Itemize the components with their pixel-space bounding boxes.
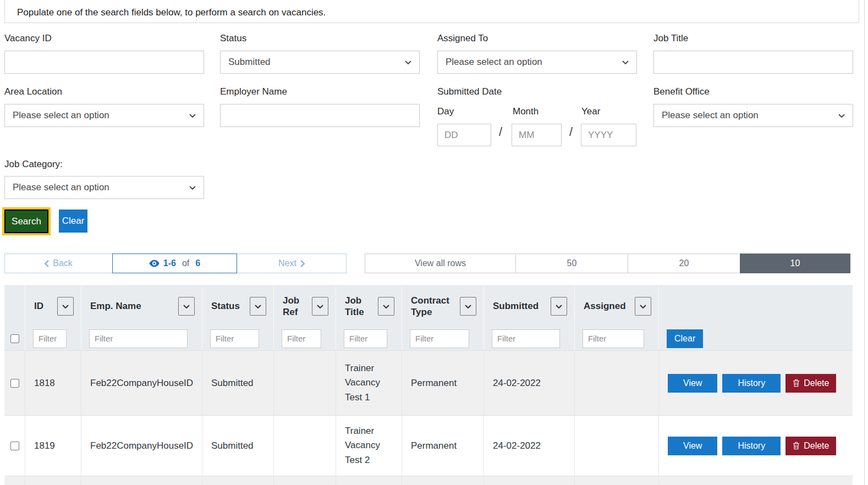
cell-id: 1819: [25, 416, 81, 476]
pagination-next-label: Next: [278, 258, 296, 268]
sort-id-button[interactable]: [57, 297, 74, 316]
benefit-office-select[interactable]: Please select an option: [653, 104, 853, 127]
header-submitted: Submitted: [484, 286, 575, 327]
filter-submitted-input[interactable]: [492, 329, 560, 348]
delete-button[interactable]: Delete: [785, 437, 836, 455]
eye-icon: [149, 260, 160, 267]
filter-id-input[interactable]: [33, 329, 67, 348]
cell-actions: View History Delete: [659, 416, 853, 476]
cell-emp-name: Feb22CompanyHouseID: [81, 416, 202, 476]
view-button[interactable]: View: [668, 374, 717, 393]
table-row: 1819 Feb22CompanyHouseID Submitted Train…: [4, 416, 853, 476]
filter-assigned-input[interactable]: [583, 329, 644, 348]
job-title-input[interactable]: [653, 51, 853, 74]
filter-job-title-input[interactable]: [344, 329, 387, 348]
pagination-total: 6: [195, 258, 200, 268]
job-category-label: Job Category:: [4, 159, 63, 170]
sort-status-button[interactable]: [250, 297, 266, 316]
sort-emp-name-button[interactable]: [178, 297, 195, 316]
delete-button[interactable]: Delete: [785, 374, 836, 393]
pagination-back-label: Back: [53, 258, 73, 268]
select-all-checkbox[interactable]: [10, 334, 19, 343]
day-label: Day: [437, 106, 454, 117]
cell-submitted: 24-02-2022: [484, 351, 575, 415]
sort-assigned-button[interactable]: [635, 297, 651, 316]
filter-emp-name-input[interactable]: [89, 329, 188, 348]
vacancies-table: ID Emp. Name Status Job Ref Job Title Co…: [4, 285, 853, 485]
page-right-border: [864, 0, 865, 485]
sort-job-title-button[interactable]: [378, 297, 394, 316]
chevron-down-icon: [838, 114, 845, 118]
header-actions-cell: [659, 286, 853, 327]
page-size-20[interactable]: 20: [628, 253, 740, 273]
chevron-down-icon: [183, 305, 190, 308]
benefit-office-select-value: Please select an option: [662, 110, 759, 121]
employer-name-input[interactable]: [220, 104, 420, 127]
day-input[interactable]: [437, 124, 491, 146]
table-filter-row: Clear: [4, 327, 853, 351]
chevron-down-icon: [405, 60, 411, 64]
page-size-view-all[interactable]: View all rows: [365, 253, 516, 273]
cell-job-ref: [274, 416, 336, 476]
vacancy-id-label: Vacancy ID: [4, 33, 52, 44]
job-title-label: Job Title: [653, 33, 688, 44]
sort-job-ref-button[interactable]: [312, 297, 328, 316]
filter-job-ref-input[interactable]: [282, 329, 321, 348]
cell-assigned: [575, 416, 659, 476]
assigned-to-select[interactable]: Please select an option: [437, 51, 637, 74]
month-label: Month: [513, 106, 539, 117]
pagination-of-label: of: [182, 258, 189, 268]
chevron-down-icon: [317, 305, 323, 308]
chevron-right-icon: [300, 260, 305, 267]
status-select[interactable]: Submitted: [220, 51, 420, 74]
filter-status-input[interactable]: [210, 329, 259, 348]
notice-text: Populate one of the search fields below,…: [17, 7, 326, 18]
cell-job-title: Trainer Vacancy Test 1: [336, 351, 402, 415]
page-size-50[interactable]: 50: [515, 253, 628, 273]
pagination: Back 1-6of6 Next: [4, 253, 347, 273]
chevron-down-icon: [383, 305, 389, 308]
area-location-select[interactable]: Please select an option: [4, 104, 204, 127]
clear-button[interactable]: Clear: [59, 210, 87, 233]
row-checkbox[interactable]: [10, 379, 19, 388]
header-job-title: Job Title: [336, 286, 402, 327]
cell-job-title: Trainer Vacancy Test 2: [336, 416, 402, 476]
status-select-value: Submitted: [228, 57, 271, 68]
delete-label: Delete: [804, 378, 829, 388]
notice-box: Populate one of the search fields below,…: [4, 0, 859, 23]
delete-label: Delete: [804, 441, 829, 451]
table-row-partial: [4, 476, 853, 485]
sort-contract-type-button[interactable]: [460, 297, 476, 316]
row-checkbox[interactable]: [10, 442, 19, 450]
page-size-10[interactable]: 10: [740, 253, 850, 273]
chevron-down-icon: [556, 305, 562, 308]
filter-contract-type-input[interactable]: [410, 329, 469, 348]
table-header-row: ID Emp. Name Status Job Ref Job Title Co…: [4, 285, 853, 327]
cell-assigned: [575, 351, 659, 415]
vacancy-id-input[interactable]: [4, 51, 204, 74]
view-button[interactable]: View: [668, 437, 717, 455]
chevron-down-icon: [255, 305, 261, 308]
history-button[interactable]: History: [722, 437, 781, 455]
cell-emp-name: Feb22CompanyHouseID: [81, 351, 202, 415]
month-input[interactable]: [512, 124, 562, 146]
job-category-select[interactable]: Please select an option: [4, 176, 204, 199]
date-separator: /: [499, 125, 502, 139]
assigned-to-label: Assigned To: [437, 33, 488, 44]
header-job-ref: Job Ref: [274, 286, 336, 327]
chevron-down-icon: [640, 305, 646, 308]
sort-submitted-button[interactable]: [551, 297, 567, 316]
vacancy-search-page: Populate one of the search fields below,…: [0, 0, 868, 485]
pagination-back-button[interactable]: Back: [4, 253, 113, 273]
history-button[interactable]: History: [722, 374, 781, 393]
cell-contract-type: Permanent: [402, 416, 484, 476]
pagination-next-button[interactable]: Next: [237, 253, 347, 273]
trash-icon: [793, 379, 800, 387]
area-location-label: Area Location: [4, 86, 62, 97]
header-contract-type: Contract Type: [402, 286, 484, 327]
header-id: ID: [25, 286, 81, 327]
filter-clear-button[interactable]: Clear: [667, 329, 703, 348]
search-button[interactable]: Search: [4, 210, 48, 233]
pagination-range: 1-6of6: [112, 253, 237, 273]
year-input[interactable]: [581, 124, 636, 146]
